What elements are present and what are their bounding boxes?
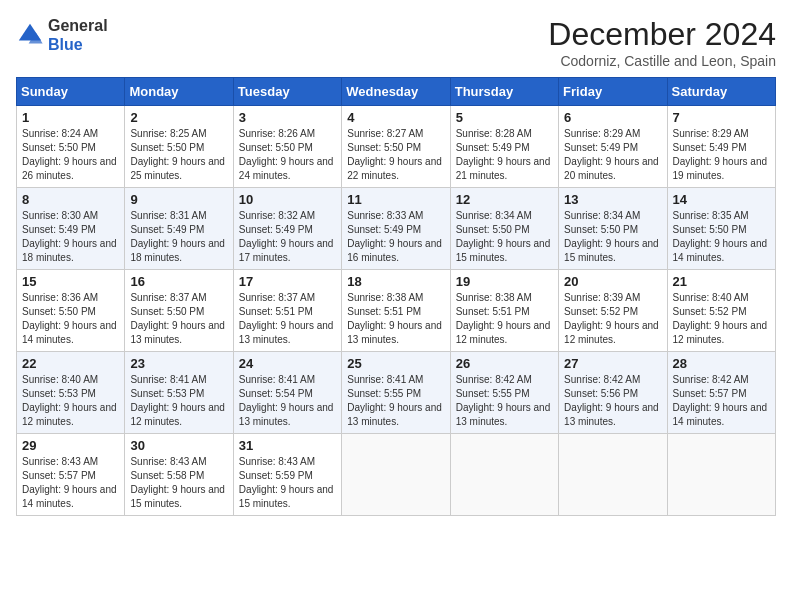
day-number: 29 <box>22 438 119 453</box>
week-row-4: 22 Sunrise: 8:40 AM Sunset: 5:53 PM Dayl… <box>17 352 776 434</box>
location-title: Codorniz, Castille and Leon, Spain <box>548 53 776 69</box>
day-info: Sunrise: 8:24 AM Sunset: 5:50 PM Dayligh… <box>22 127 119 183</box>
day-number: 19 <box>456 274 553 289</box>
calendar-cell: 22 Sunrise: 8:40 AM Sunset: 5:53 PM Dayl… <box>17 352 125 434</box>
day-info: Sunrise: 8:35 AM Sunset: 5:50 PM Dayligh… <box>673 209 770 265</box>
logo-icon <box>16 21 44 49</box>
week-row-5: 29 Sunrise: 8:43 AM Sunset: 5:57 PM Dayl… <box>17 434 776 516</box>
header: General Blue December 2024 Codorniz, Cas… <box>16 16 776 69</box>
calendar-cell: 2 Sunrise: 8:25 AM Sunset: 5:50 PM Dayli… <box>125 106 233 188</box>
day-number: 5 <box>456 110 553 125</box>
calendar-cell <box>342 434 450 516</box>
day-info: Sunrise: 8:32 AM Sunset: 5:49 PM Dayligh… <box>239 209 336 265</box>
day-number: 17 <box>239 274 336 289</box>
calendar-cell: 31 Sunrise: 8:43 AM Sunset: 5:59 PM Dayl… <box>233 434 341 516</box>
logo-text: General Blue <box>48 16 108 54</box>
calendar-cell: 8 Sunrise: 8:30 AM Sunset: 5:49 PM Dayli… <box>17 188 125 270</box>
day-number: 7 <box>673 110 770 125</box>
calendar-cell: 25 Sunrise: 8:41 AM Sunset: 5:55 PM Dayl… <box>342 352 450 434</box>
day-info: Sunrise: 8:29 AM Sunset: 5:49 PM Dayligh… <box>673 127 770 183</box>
day-number: 26 <box>456 356 553 371</box>
day-number: 31 <box>239 438 336 453</box>
weekday-header-wednesday: Wednesday <box>342 78 450 106</box>
logo-blue: Blue <box>48 35 108 54</box>
day-number: 20 <box>564 274 661 289</box>
day-number: 13 <box>564 192 661 207</box>
weekday-header-friday: Friday <box>559 78 667 106</box>
calendar-cell: 12 Sunrise: 8:34 AM Sunset: 5:50 PM Dayl… <box>450 188 558 270</box>
day-number: 12 <box>456 192 553 207</box>
title-area: December 2024 Codorniz, Castille and Leo… <box>548 16 776 69</box>
calendar-table: SundayMondayTuesdayWednesdayThursdayFrid… <box>16 77 776 516</box>
month-title: December 2024 <box>548 16 776 53</box>
day-info: Sunrise: 8:28 AM Sunset: 5:49 PM Dayligh… <box>456 127 553 183</box>
day-info: Sunrise: 8:42 AM Sunset: 5:57 PM Dayligh… <box>673 373 770 429</box>
day-number: 16 <box>130 274 227 289</box>
day-number: 9 <box>130 192 227 207</box>
day-info: Sunrise: 8:41 AM Sunset: 5:53 PM Dayligh… <box>130 373 227 429</box>
day-info: Sunrise: 8:30 AM Sunset: 5:49 PM Dayligh… <box>22 209 119 265</box>
calendar-cell: 16 Sunrise: 8:37 AM Sunset: 5:50 PM Dayl… <box>125 270 233 352</box>
calendar-cell: 29 Sunrise: 8:43 AM Sunset: 5:57 PM Dayl… <box>17 434 125 516</box>
day-info: Sunrise: 8:40 AM Sunset: 5:52 PM Dayligh… <box>673 291 770 347</box>
day-number: 30 <box>130 438 227 453</box>
day-info: Sunrise: 8:38 AM Sunset: 5:51 PM Dayligh… <box>456 291 553 347</box>
day-number: 21 <box>673 274 770 289</box>
day-info: Sunrise: 8:34 AM Sunset: 5:50 PM Dayligh… <box>456 209 553 265</box>
day-info: Sunrise: 8:29 AM Sunset: 5:49 PM Dayligh… <box>564 127 661 183</box>
day-number: 3 <box>239 110 336 125</box>
day-number: 22 <box>22 356 119 371</box>
day-info: Sunrise: 8:39 AM Sunset: 5:52 PM Dayligh… <box>564 291 661 347</box>
day-info: Sunrise: 8:34 AM Sunset: 5:50 PM Dayligh… <box>564 209 661 265</box>
day-number: 27 <box>564 356 661 371</box>
calendar-cell: 21 Sunrise: 8:40 AM Sunset: 5:52 PM Dayl… <box>667 270 775 352</box>
day-number: 1 <box>22 110 119 125</box>
calendar-cell: 4 Sunrise: 8:27 AM Sunset: 5:50 PM Dayli… <box>342 106 450 188</box>
calendar-cell: 17 Sunrise: 8:37 AM Sunset: 5:51 PM Dayl… <box>233 270 341 352</box>
day-info: Sunrise: 8:37 AM Sunset: 5:51 PM Dayligh… <box>239 291 336 347</box>
weekday-header-thursday: Thursday <box>450 78 558 106</box>
day-info: Sunrise: 8:38 AM Sunset: 5:51 PM Dayligh… <box>347 291 444 347</box>
calendar-cell: 10 Sunrise: 8:32 AM Sunset: 5:49 PM Dayl… <box>233 188 341 270</box>
calendar-cell: 19 Sunrise: 8:38 AM Sunset: 5:51 PM Dayl… <box>450 270 558 352</box>
day-number: 23 <box>130 356 227 371</box>
calendar-cell: 24 Sunrise: 8:41 AM Sunset: 5:54 PM Dayl… <box>233 352 341 434</box>
weekday-header-tuesday: Tuesday <box>233 78 341 106</box>
day-info: Sunrise: 8:41 AM Sunset: 5:54 PM Dayligh… <box>239 373 336 429</box>
weekday-header-sunday: Sunday <box>17 78 125 106</box>
calendar-cell: 3 Sunrise: 8:26 AM Sunset: 5:50 PM Dayli… <box>233 106 341 188</box>
day-info: Sunrise: 8:41 AM Sunset: 5:55 PM Dayligh… <box>347 373 444 429</box>
day-number: 15 <box>22 274 119 289</box>
calendar-cell: 28 Sunrise: 8:42 AM Sunset: 5:57 PM Dayl… <box>667 352 775 434</box>
day-number: 25 <box>347 356 444 371</box>
logo: General Blue <box>16 16 108 54</box>
calendar-cell: 14 Sunrise: 8:35 AM Sunset: 5:50 PM Dayl… <box>667 188 775 270</box>
day-info: Sunrise: 8:43 AM Sunset: 5:57 PM Dayligh… <box>22 455 119 511</box>
day-info: Sunrise: 8:42 AM Sunset: 5:56 PM Dayligh… <box>564 373 661 429</box>
calendar-cell: 20 Sunrise: 8:39 AM Sunset: 5:52 PM Dayl… <box>559 270 667 352</box>
calendar-cell <box>559 434 667 516</box>
calendar-cell: 7 Sunrise: 8:29 AM Sunset: 5:49 PM Dayli… <box>667 106 775 188</box>
calendar-cell: 6 Sunrise: 8:29 AM Sunset: 5:49 PM Dayli… <box>559 106 667 188</box>
week-row-3: 15 Sunrise: 8:36 AM Sunset: 5:50 PM Dayl… <box>17 270 776 352</box>
weekday-header-row: SundayMondayTuesdayWednesdayThursdayFrid… <box>17 78 776 106</box>
calendar-cell: 18 Sunrise: 8:38 AM Sunset: 5:51 PM Dayl… <box>342 270 450 352</box>
day-info: Sunrise: 8:33 AM Sunset: 5:49 PM Dayligh… <box>347 209 444 265</box>
day-info: Sunrise: 8:43 AM Sunset: 5:58 PM Dayligh… <box>130 455 227 511</box>
day-info: Sunrise: 8:31 AM Sunset: 5:49 PM Dayligh… <box>130 209 227 265</box>
day-number: 4 <box>347 110 444 125</box>
calendar-cell <box>667 434 775 516</box>
calendar-cell: 30 Sunrise: 8:43 AM Sunset: 5:58 PM Dayl… <box>125 434 233 516</box>
day-info: Sunrise: 8:40 AM Sunset: 5:53 PM Dayligh… <box>22 373 119 429</box>
day-info: Sunrise: 8:36 AM Sunset: 5:50 PM Dayligh… <box>22 291 119 347</box>
day-info: Sunrise: 8:42 AM Sunset: 5:55 PM Dayligh… <box>456 373 553 429</box>
day-number: 18 <box>347 274 444 289</box>
logo-general: General <box>48 16 108 35</box>
calendar-cell <box>450 434 558 516</box>
day-number: 6 <box>564 110 661 125</box>
day-info: Sunrise: 8:43 AM Sunset: 5:59 PM Dayligh… <box>239 455 336 511</box>
weekday-header-saturday: Saturday <box>667 78 775 106</box>
day-number: 8 <box>22 192 119 207</box>
day-info: Sunrise: 8:27 AM Sunset: 5:50 PM Dayligh… <box>347 127 444 183</box>
calendar-cell: 11 Sunrise: 8:33 AM Sunset: 5:49 PM Dayl… <box>342 188 450 270</box>
